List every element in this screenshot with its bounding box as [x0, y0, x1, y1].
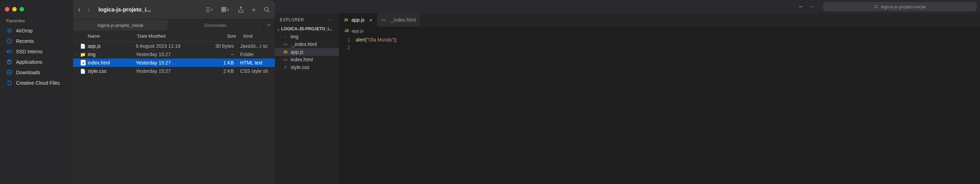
html-icon: ◉: [81, 60, 86, 66]
sidebar-section-favorites: Favorites: [0, 17, 73, 26]
sidebar-item-creative-cloud[interactable]: Creative Cloud Files: [0, 78, 73, 88]
finder-window: Favorites AirDrop Recents SSD Interno Ap…: [0, 0, 275, 184]
svg-rect-9: [222, 7, 223, 9]
svg-rect-10: [224, 7, 226, 9]
vscode-window: ← → logica-js-projeto-inicial EXPLORER ·…: [275, 0, 980, 184]
tree-item-dotindex[interactable]: <> ._index.html: [275, 40, 339, 48]
airdrop-icon: [6, 27, 13, 34]
sidebar-item-recents[interactable]: Recents: [0, 36, 73, 46]
nav-back-icon[interactable]: ←: [798, 3, 804, 10]
column-name[interactable]: Name⌃: [73, 34, 138, 39]
line-numbers: 1 2: [339, 35, 356, 184]
svg-line-14: [267, 10, 269, 12]
back-button[interactable]: ‹: [78, 5, 80, 14]
svg-point-13: [264, 7, 268, 11]
sidebar-label: Applications: [16, 59, 43, 65]
sidebar-item-applications[interactable]: Applications: [0, 57, 73, 67]
close-tab-icon[interactable]: ×: [367, 17, 372, 23]
vscode-titlebar: ← → logica-js-projeto-inicial: [275, 0, 980, 13]
clock-icon: [6, 38, 13, 44]
finder-tabs: logica-js-projeto_inicial Downloads +: [73, 19, 275, 30]
column-size[interactable]: Size: [204, 34, 242, 39]
view-list-icon[interactable]: [205, 6, 213, 13]
disclosure-icon[interactable]: ›: [76, 53, 80, 56]
apps-icon: [6, 59, 13, 65]
svg-rect-11: [222, 10, 223, 11]
svg-point-0: [9, 30, 10, 32]
finder-toolbar: ‹ › logica-js-projeto_i... »: [73, 0, 275, 19]
sidebar-label: Downloads: [16, 70, 40, 75]
html-icon: <>: [283, 42, 288, 46]
explorer-header: EXPLORER ···: [275, 13, 339, 25]
folder-icon: 📁: [80, 51, 86, 57]
download-icon: [6, 69, 13, 76]
group-icon[interactable]: [221, 7, 230, 13]
maximize-window-button[interactable]: [19, 7, 24, 11]
file-row-stylecss[interactable]: 📄 style.css Yesterday 15:27 2 KB CSS sty…: [73, 67, 275, 75]
window-title: logica-js-projeto_i...: [99, 6, 151, 13]
share-icon[interactable]: [238, 6, 243, 13]
nav-forward-icon[interactable]: →: [810, 3, 815, 10]
chevron-down-icon: ⌄: [277, 27, 280, 31]
document-icon: 📄: [80, 43, 86, 49]
close-window-button[interactable]: [5, 7, 10, 11]
editor-area: JS app.js × <> ._index.html JS app.js 1 …: [339, 13, 980, 184]
tab-appjs[interactable]: JS app.js ×: [339, 13, 377, 27]
html-icon: <>: [283, 58, 288, 62]
js-icon: JS: [344, 29, 349, 33]
code-editor[interactable]: 1 2 alert("Ola Mundo");: [339, 35, 980, 184]
html-icon: <>: [381, 18, 387, 22]
window-controls: [0, 3, 73, 17]
js-icon: JS: [283, 50, 288, 54]
breadcrumb[interactable]: JS app.js: [339, 27, 980, 35]
explorer-panel: EXPLORER ··· ⌄ LOGICA-JS-PROJETO_I... › …: [275, 13, 339, 184]
sidebar-item-airdrop[interactable]: AirDrop: [0, 26, 73, 36]
sidebar-label: Creative Cloud Files: [16, 80, 60, 86]
tab-add-button[interactable]: +: [263, 19, 275, 30]
tree-item-stylecss[interactable]: # style.css: [275, 63, 339, 71]
tab-downloads[interactable]: Downloads: [168, 19, 263, 30]
file-row-indexhtml[interactable]: ◉ index.html Yesterday 15:27 1 KB HTML t…: [73, 59, 275, 67]
explorer-menu-icon[interactable]: ···: [329, 18, 334, 22]
svg-rect-12: [224, 10, 226, 11]
tree-item-appjs[interactable]: JS app.js: [275, 48, 339, 56]
forward-button[interactable]: ›: [88, 5, 90, 14]
titlebar-nav: ← →: [798, 3, 815, 10]
file-icon: [6, 80, 13, 86]
sidebar-label: Recents: [16, 38, 34, 44]
sidebar-label: AirDrop: [16, 28, 32, 34]
file-row-appjs[interactable]: 📄 app.js 9 August 2023 11:19 30 bytes Ja…: [73, 42, 275, 50]
column-headers: Name⌃ Date Modified Size Kind: [73, 30, 275, 42]
finder-main: ‹ › logica-js-projeto_i... » logica-js-p…: [73, 0, 275, 184]
drive-icon: [6, 48, 13, 55]
sidebar-item-ssd[interactable]: SSD Interno: [0, 46, 73, 57]
svg-point-1: [7, 29, 11, 33]
js-icon: JS: [343, 18, 349, 22]
css-icon: #: [283, 65, 288, 69]
sidebar-label: SSD Interno: [16, 49, 43, 54]
tab-dotindex[interactable]: <> ._index.html: [377, 13, 420, 27]
svg-line-16: [877, 7, 878, 8]
column-kind[interactable]: Kind: [242, 34, 275, 39]
toolbar-nav: ‹ ›: [78, 5, 90, 14]
svg-point-4: [8, 51, 9, 52]
more-icon[interactable]: »: [252, 6, 255, 13]
chevron-right-icon: ›: [283, 35, 288, 39]
document-icon: 📄: [80, 68, 86, 74]
project-root[interactable]: ⌄ LOGICA-JS-PROJETO_I...: [275, 25, 339, 33]
finder-sidebar: Favorites AirDrop Recents SSD Interno Ap…: [0, 0, 73, 184]
command-center[interactable]: logica-js-projeto-inicial: [823, 2, 977, 11]
column-date[interactable]: Date Modified: [138, 34, 204, 39]
tab-project[interactable]: logica-js-projeto_inicial: [73, 19, 168, 30]
search-icon[interactable]: [264, 6, 270, 13]
sidebar-item-downloads[interactable]: Downloads: [0, 67, 73, 78]
search-icon: [874, 5, 879, 9]
tree-item-img[interactable]: › img: [275, 33, 339, 40]
tree-item-indexhtml[interactable]: <> index.html: [275, 56, 339, 63]
svg-point-15: [875, 5, 878, 8]
editor-tabs: JS app.js × <> ._index.html: [339, 13, 980, 27]
file-row-img[interactable]: ›📁 img Yesterday 15:27 -- Folder: [73, 50, 275, 59]
sort-arrow-icon: ⌃: [135, 34, 138, 38]
code-content[interactable]: alert("Ola Mundo");: [356, 35, 980, 184]
minimize-window-button[interactable]: [12, 7, 17, 11]
